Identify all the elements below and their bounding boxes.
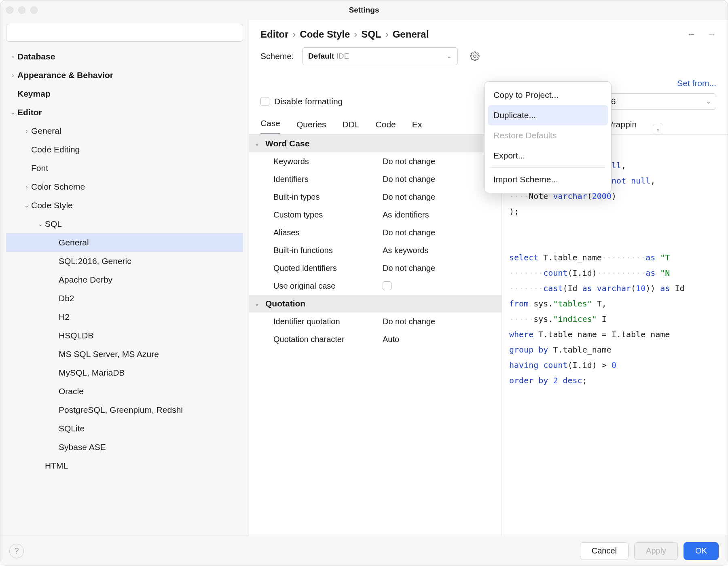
option-value: Do not change [383,264,435,273]
chevron-right-icon: › [8,72,17,78]
option-row[interactable]: IdentifiersDo not change [249,170,502,188]
tree-item-label: Editor [17,108,42,117]
cancel-button[interactable]: Cancel [580,542,629,560]
chevron-right-icon: › [292,29,296,40]
option-value: As identifiers [383,210,429,220]
tree-item-postgresql-greenplum-redshi[interactable]: PostgreSQL, Greenplum, Redshi [6,401,243,419]
option-row[interactable]: Quoted identifiersDo not change [249,259,502,277]
tab-code[interactable]: Code [376,116,396,134]
option-row[interactable]: Built-in typesDo not change [249,188,502,206]
tree-item-label: MySQL, MariaDB [59,368,125,378]
option-row[interactable]: Custom typesAs identifiers [249,206,502,224]
option-value: Do not change [383,192,435,202]
breadcrumb-item[interactable]: Code Style [300,29,350,40]
option-row[interactable]: AliasesDo not change [249,224,502,241]
tree-item-apache-derby[interactable]: Apache Derby [6,270,243,289]
tab-ddl[interactable]: DDL [343,116,360,134]
chevron-down-icon: ⌄ [706,98,711,105]
tree-item-sql-2016-generic[interactable]: SQL:2016, Generic [6,252,243,270]
preview-panel: Table ···············not null,····Name v… [502,135,728,536]
tree-item-general[interactable]: General [6,233,243,252]
option-label: Keywords [249,157,383,166]
tree-item-editor[interactable]: ⌄Editor [6,103,243,122]
option-value: As keywords [383,246,428,255]
search-input[interactable] [6,24,243,42]
tree-item-h2[interactable]: H2 [6,308,243,326]
tree-item-font[interactable]: Font [6,159,243,177]
option-row[interactable]: Quotation characterAuto [249,330,502,348]
option-group-header[interactable]: ⌄Quotation [249,295,502,313]
option-row[interactable]: KeywordsDo not change [249,152,502,170]
menu-item-export[interactable]: Export... [485,146,611,166]
options-panel: ⌄Word CaseKeywordsDo not changeIdentifie… [249,135,502,536]
menu-item-duplicate[interactable]: Duplicate... [488,105,608,125]
tree-item-sybase-ase[interactable]: Sybase ASE [6,438,243,456]
tab-case[interactable]: Case [260,114,280,135]
option-value: Auto [383,335,399,344]
option-row[interactable]: Built-in functionsAs keywords [249,241,502,259]
tree-item-label: PostgreSQL, Greenplum, Redshi [59,405,183,415]
breadcrumb-item: General [393,29,429,40]
help-button[interactable]: ? [9,544,24,558]
breadcrumb: Editor › Code Style › SQL › General [260,29,429,40]
tree-item-label: SQL [45,219,62,229]
tree-item-label: Apache Derby [59,275,112,285]
option-group-title: Quotation [265,299,305,308]
dialog-body: ▾ ›Database›Appearance & BehaviorKeymap⌄… [0,20,728,536]
settings-tree: ›Database›Appearance & BehaviorKeymap⌄Ed… [6,47,243,536]
tree-item-label: Database [17,52,55,61]
tree-item-hsqldb[interactable]: HSQLDB [6,326,243,345]
tree-item-database[interactable]: ›Database [6,47,243,66]
breadcrumb-item[interactable]: SQL [361,29,381,40]
tree-item-oracle[interactable]: Oracle [6,382,243,401]
back-button[interactable]: ← [687,29,696,40]
set-from-link[interactable]: Set from... [677,78,716,88]
disable-formatting-checkbox[interactable] [260,97,269,106]
scheme-actions-button[interactable] [466,47,484,65]
option-checkbox[interactable] [383,281,392,290]
tree-item-sqlite[interactable]: SQLite [6,419,243,438]
tree-item-label: Oracle [59,386,84,396]
option-row[interactable]: Use original case [249,277,502,295]
tab-queries[interactable]: Queries [296,116,326,134]
ok-button[interactable]: OK [684,542,719,560]
tree-item-general[interactable]: ›General [6,122,243,140]
tree-item-code-editing[interactable]: Code Editing [6,140,243,159]
chevron-right-icon: › [22,128,31,134]
option-row[interactable]: Identifier quotationDo not change [249,313,502,330]
tree-item-label: Sybase ASE [59,442,106,452]
apply-button[interactable]: Apply [634,542,678,560]
tree-item-label: General [59,238,89,247]
scheme-actions-menu: Copy to Project...Duplicate...Restore De… [484,81,612,193]
menu-item-import-scheme[interactable]: Import Scheme... [485,169,611,190]
chevron-right-icon: › [22,184,31,190]
tree-item-label: Db2 [59,294,74,303]
option-label: Built-in types [249,192,383,202]
tree-item-code-style[interactable]: ⌄Code Style [6,196,243,215]
tree-item-ms-sql-server-ms-azure[interactable]: MS SQL Server, MS Azure [6,345,243,363]
tree-item-appearance-behavior[interactable]: ›Appearance & Behavior [6,66,243,84]
tree-item-label: HSQLDB [59,331,93,340]
option-value: Do not change [383,175,435,184]
forward-button[interactable]: → [707,29,716,40]
tree-item-html[interactable]: HTML [6,456,243,475]
tree-item-sql[interactable]: ⌄SQL [6,215,243,233]
option-label: Aliases [249,228,383,237]
option-group-header[interactable]: ⌄Word Case [249,135,502,152]
preview-dialect-dropdown[interactable]: 16 ⌄ [601,93,716,110]
breadcrumb-item[interactable]: Editor [260,29,288,40]
tree-item-keymap[interactable]: Keymap [6,84,243,103]
settings-window: Settings ▾ ›Database›Appearance & Behavi… [0,0,728,566]
chevron-right-icon: › [354,29,357,40]
scheme-dropdown[interactable]: Default IDE ⌄ [302,47,458,65]
tree-item-label: Appearance & Behavior [17,70,113,80]
option-label: Use original case [249,281,383,291]
scheme-name: Default [308,52,334,60]
tab-expressions[interactable]: Ex [412,116,422,134]
tabs-overflow-button[interactable]: ⌄ [653,124,663,134]
menu-item-copy-to-project[interactable]: Copy to Project... [485,85,611,105]
tree-item-label: SQL:2016, Generic [59,256,131,266]
tree-item-mysql-mariadb[interactable]: MySQL, MariaDB [6,363,243,382]
tree-item-db2[interactable]: Db2 [6,289,243,308]
tree-item-color-scheme[interactable]: ›Color Scheme [6,177,243,196]
